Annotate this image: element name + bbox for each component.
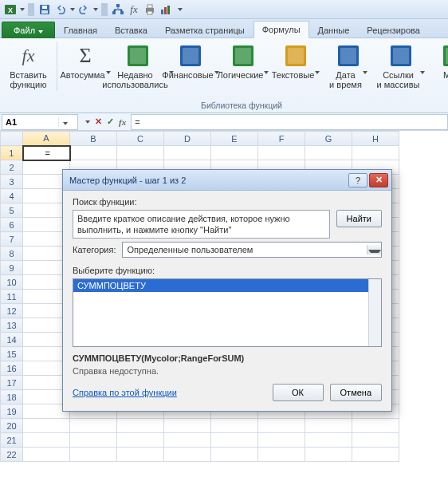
column-header[interactable]: A [23,132,70,146]
ribbon-btn-8[interactable]: Мате [429,41,448,91]
row-header[interactable]: 13 [1,318,23,333]
chart-icon[interactable] [159,2,173,17]
row-header[interactable]: 6 [1,218,23,232]
row-header[interactable]: 18 [1,390,23,404]
redo-icon[interactable] [77,2,91,17]
row-header[interactable]: 1 [1,146,23,160]
row-header[interactable]: 9 [1,261,23,275]
cell[interactable] [70,448,117,462]
row-header[interactable]: 7 [1,232,23,247]
cell[interactable] [258,146,305,160]
cell[interactable] [164,146,211,160]
row-header[interactable]: 8 [1,247,23,261]
cancel-button[interactable]: Отмена [330,384,382,401]
cell[interactable] [352,448,399,462]
enter-formula-icon[interactable]: ✓ [107,116,114,127]
cell[interactable] [305,433,352,448]
tab-review[interactable]: Рецензирова [358,22,429,38]
ribbon-btn-5[interactable]: Текстовые [271,41,320,91]
cell[interactable] [164,433,211,448]
cell[interactable] [211,419,258,433]
row-header[interactable]: 21 [1,433,23,448]
cell[interactable] [117,146,164,160]
name-box[interactable] [2,114,78,130]
row-header[interactable]: 14 [1,333,23,347]
row-header[interactable]: 17 [1,376,23,390]
cell[interactable] [211,433,258,448]
cell[interactable] [305,419,352,433]
tab-formulas[interactable]: Формулы [253,21,309,38]
row-header[interactable]: 12 [1,304,23,318]
insert-function-icon[interactable]: fx [119,117,126,127]
row-header[interactable]: 11 [1,290,23,304]
category-dropdown-icon[interactable] [367,245,381,254]
cell[interactable] [258,433,305,448]
column-header[interactable]: F [258,132,305,146]
column-header[interactable]: C [117,132,164,146]
undo-dropdown[interactable] [70,8,75,11]
column-header[interactable]: D [164,132,211,146]
ribbon-btn-7[interactable]: Ссылкии массивы [376,41,426,91]
name-box-input[interactable] [2,117,58,127]
row-header[interactable]: 5 [1,203,23,218]
tab-file[interactable]: Файл [2,22,55,38]
column-header[interactable]: E [211,132,258,146]
row-header[interactable]: 19 [1,404,23,419]
find-button[interactable]: Найти [336,210,382,227]
row-header[interactable]: 20 [1,419,23,433]
cell[interactable] [70,146,117,160]
name-box-dropdown[interactable] [58,117,71,127]
tab-data[interactable]: Данные [309,22,359,38]
cell[interactable] [211,146,258,160]
cell[interactable] [117,433,164,448]
tab-insert[interactable]: Вставка [106,22,156,38]
redo-dropdown[interactable] [93,8,98,11]
excel-icon[interactable]: X [3,2,18,17]
cell[interactable] [70,433,117,448]
cell[interactable] [258,448,305,462]
cell[interactable] [352,419,399,433]
row-header[interactable]: 3 [1,175,23,189]
function-listbox[interactable]: СУММПОЦВЕТУ [73,278,382,347]
cell[interactable] [352,433,399,448]
cell[interactable] [352,146,399,160]
cell[interactable] [164,419,211,433]
cell[interactable] [211,448,258,462]
ribbon-btn-3[interactable]: Финансовые [166,41,215,91]
select-all-corner[interactable] [1,132,23,146]
ribbon-btn-2[interactable]: Недавноиспользовались [113,41,163,91]
ribbon-btn-4[interactable]: Логические [218,41,268,91]
help-button[interactable]: ? [348,173,367,187]
column-header[interactable]: G [305,132,352,146]
tab-home[interactable]: Главная [55,22,106,38]
cell[interactable] [117,448,164,462]
category-select[interactable]: Определенные пользователем [122,242,382,258]
help-link[interactable]: Справка по этой функции [73,388,177,397]
column-header[interactable]: B [70,132,117,146]
list-item[interactable]: СУММПОЦВЕТУ [73,279,381,292]
row-header[interactable]: 10 [1,275,23,290]
ribbon-btn-6[interactable]: Датаи время [324,41,373,91]
undo-icon[interactable] [53,2,68,17]
active-cell[interactable]: = [23,146,70,160]
column-header[interactable]: H [352,132,399,146]
row-header[interactable]: 2 [1,160,23,175]
search-input[interactable]: Введите краткое описание действия, котор… [73,210,330,239]
qat-customize-dropdown[interactable] [178,8,183,11]
row-header[interactable]: 15 [1,347,23,361]
cell[interactable] [164,448,211,462]
row-header[interactable]: 4 [1,189,23,203]
cell[interactable] [23,448,70,462]
cell[interactable] [117,419,164,433]
cell[interactable] [305,448,352,462]
ok-button[interactable]: ОК [273,384,324,401]
cell[interactable] [258,419,305,433]
row-header[interactable]: 16 [1,361,23,376]
cell[interactable] [23,419,70,433]
cell[interactable] [305,146,352,160]
cell[interactable] [70,419,117,433]
save-icon[interactable] [37,2,52,17]
app-menu-dropdown[interactable] [20,8,25,11]
ribbon-btn-0[interactable]: fxВставитьфункцию [5,41,57,91]
row-header[interactable]: 22 [1,448,23,462]
